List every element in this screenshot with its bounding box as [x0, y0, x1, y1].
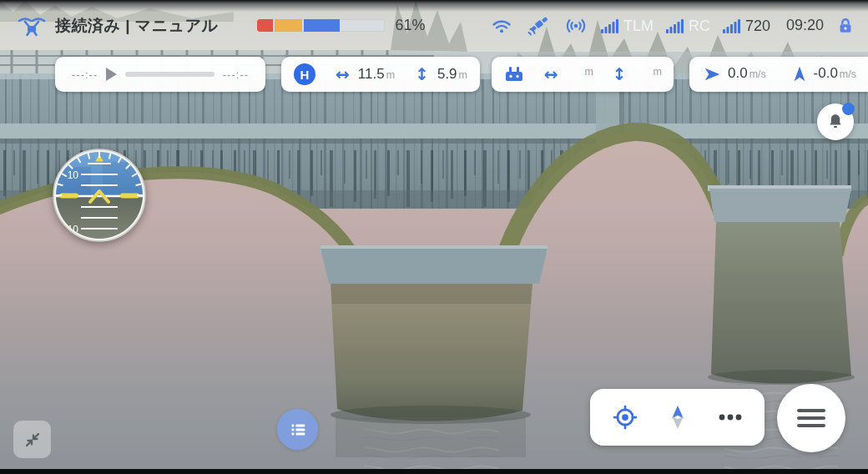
wifi-icon[interactable]	[490, 16, 513, 36]
collapse-view-button[interactable]	[13, 421, 51, 458]
rc-label: RC	[689, 18, 710, 34]
horizontal-arrow-icon: ↔	[544, 66, 558, 83]
battery-segment-level	[304, 19, 340, 32]
rc-signal[interactable]: RC	[666, 18, 710, 34]
horizontal-speed-unit: m/s	[749, 68, 766, 80]
playback-slider[interactable]	[125, 72, 214, 77]
top-status-bar: 接続済み | マニュアル 61%	[0, 0, 868, 46]
home-horizontal-unit: m	[386, 69, 395, 81]
satellite-icon[interactable]	[526, 15, 551, 37]
playback-elapsed: ---:--	[72, 68, 98, 81]
drone-icon	[17, 15, 47, 37]
signal-bars-icon	[601, 18, 619, 34]
locate-crosshair-icon	[613, 405, 638, 430]
play-triangle-icon[interactable]	[106, 68, 117, 81]
collapse-arrows-icon	[22, 429, 43, 451]
arrow-up-icon	[790, 65, 809, 83]
attitude-indicator[interactable]: 10 10	[51, 147, 148, 244]
ellipsis-icon	[718, 405, 743, 430]
vertical-speed-value: -0.0	[814, 65, 838, 82]
checklist-button[interactable]	[277, 409, 318, 450]
signal-bars-icon	[666, 18, 684, 34]
topbar-status-icons: TLM RC	[490, 15, 855, 37]
home-distance-pill[interactable]: H ↔ 11.5 m ↕ 5.9 m	[281, 57, 480, 92]
battery-percent: 61%	[396, 17, 426, 34]
playback-total: ---:--	[223, 68, 249, 81]
rc-distance-pill[interactable]: ↔ m ↕ m	[492, 57, 674, 92]
vertical-arrow-icon: ↕	[613, 66, 627, 83]
battery-segment-warning	[275, 19, 302, 32]
speed-pill[interactable]: 0.0 m/s -0.0 m/s	[689, 57, 868, 92]
compass-needle-icon	[665, 405, 690, 430]
arrow-right-icon	[703, 65, 721, 83]
compass-button[interactable]	[659, 399, 696, 436]
horizontal-speed-value: 0.0	[728, 65, 748, 82]
home-horizontal-value: 11.5	[358, 66, 385, 83]
playback-pill[interactable]: ---:-- ---:--	[55, 57, 265, 92]
battery-segment-critical	[257, 19, 273, 32]
vertical-speed-unit: m/s	[840, 68, 856, 80]
battery-bar	[257, 19, 385, 32]
lock-icon[interactable]	[836, 17, 855, 35]
home-vertical-value: 5.9	[437, 66, 457, 83]
remote-controller-icon	[503, 64, 525, 84]
vertical-arrow-icon: ↕	[415, 66, 429, 83]
telemetry-signal[interactable]: TLM	[601, 18, 654, 34]
video-resolution-label: 720	[745, 18, 770, 34]
signal-bars-icon	[723, 18, 741, 34]
list-icon	[288, 420, 308, 440]
bottom-edge-bar	[0, 469, 868, 474]
locate-button[interactable]	[607, 399, 643, 436]
horizontal-arrow-icon: ↔	[336, 66, 350, 83]
pitch-label-upper: 10	[68, 169, 79, 181]
map-toolbar	[590, 389, 765, 446]
notification-button[interactable]	[817, 103, 854, 140]
rc-horizontal-unit: m	[585, 66, 593, 78]
video-signal[interactable]: 720	[723, 18, 770, 34]
clock: 09:20	[786, 17, 824, 34]
main-menu-button[interactable]	[777, 384, 845, 452]
broadcast-icon[interactable]	[563, 16, 588, 36]
bell-icon	[826, 113, 845, 131]
notification-badge	[842, 103, 855, 115]
telemetry-label: TLM	[623, 18, 654, 34]
rc-vertical-unit: m	[654, 66, 662, 78]
hamburger-menu-icon	[795, 406, 827, 431]
home-vertical-unit: m	[459, 69, 467, 81]
app-screen: 接続済み | マニュアル 61%	[0, 0, 868, 474]
connection-status[interactable]: 接続済み | マニュアル	[55, 15, 219, 37]
more-options-button[interactable]	[712, 399, 749, 436]
battery-indicator[interactable]: 61%	[257, 17, 426, 34]
home-point-icon: H	[294, 63, 315, 85]
